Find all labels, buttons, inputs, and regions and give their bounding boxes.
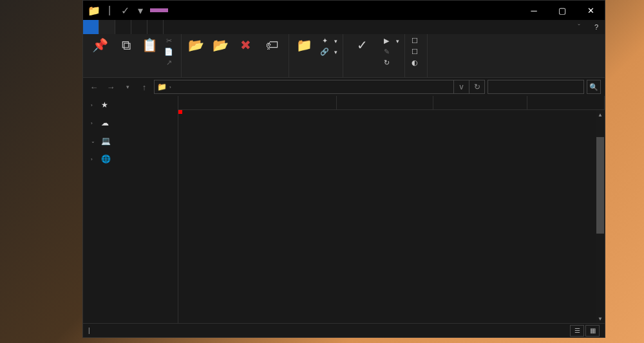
delete-button[interactable]: ✖ xyxy=(233,35,258,54)
cut-button[interactable]: ✂ xyxy=(162,35,178,46)
easy-access-button[interactable]: 🔗 ▾ xyxy=(317,46,340,57)
column-size[interactable] xyxy=(527,96,605,109)
scroll-down-icon[interactable]: ▼ xyxy=(596,314,605,323)
network-icon: 🌐 xyxy=(101,154,110,163)
search-input[interactable] xyxy=(488,80,584,94)
delete-icon: ✖ xyxy=(240,37,251,53)
forward-button[interactable]: → xyxy=(104,80,118,94)
paste-icon: 📋 xyxy=(142,37,158,53)
new-item-button[interactable]: ✦ ▾ xyxy=(317,35,340,46)
ribbon-tabs: ˇ ? xyxy=(83,20,605,34)
file-list[interactable]: ▲ ▼ xyxy=(178,110,605,323)
history-button[interactable]: ↻ xyxy=(379,57,402,68)
select-all-button[interactable]: ☐ xyxy=(408,35,424,46)
address-bar: ← → ▾ ↑ 📁 › v ↻ 🔍 xyxy=(83,78,605,96)
edit-icon: ✎ xyxy=(382,48,391,56)
selectall-icon: ☐ xyxy=(410,37,419,45)
scrollbar[interactable]: ▲ ▼ xyxy=(596,110,605,323)
rename-button[interactable]: 🏷 xyxy=(259,35,286,54)
tab-view[interactable] xyxy=(131,20,147,34)
ribbon-group-organise: 📂 📂 ✖ 🏷 xyxy=(182,34,289,77)
back-button[interactable]: ← xyxy=(87,80,101,94)
refresh-button[interactable]: ↻ xyxy=(469,80,484,93)
details-view-button[interactable]: ☰ xyxy=(570,325,584,337)
folder-icon: 📁 xyxy=(157,82,167,91)
scroll-up-icon[interactable]: ▲ xyxy=(596,110,605,119)
star-icon: ★ xyxy=(101,100,110,109)
window-controls: ─ ▢ ✕ xyxy=(520,1,605,20)
edit-button[interactable]: ✎ xyxy=(379,46,402,57)
close-button[interactable]: ✕ xyxy=(576,1,605,20)
easyaccess-icon: 🔗 xyxy=(320,48,329,56)
moveto-icon: 📂 xyxy=(188,37,204,53)
column-name[interactable] xyxy=(178,96,337,109)
newfolder-icon: 📁 xyxy=(296,37,312,53)
qat-dropdown-icon[interactable]: ▾ xyxy=(133,3,147,17)
titlebar[interactable]: 📁 | ✓ ▾ ─ ▢ ✕ xyxy=(83,1,605,20)
context-tab-manage[interactable] xyxy=(150,8,168,12)
open-icon: ▶ xyxy=(382,37,391,45)
scrollbar-thumb[interactable] xyxy=(596,137,604,234)
copy-to-button[interactable]: 📂 xyxy=(209,35,232,54)
tab-file[interactable] xyxy=(83,20,99,34)
icons-view-button[interactable]: ▦ xyxy=(585,325,600,337)
maximize-button[interactable]: ▢ xyxy=(548,1,576,20)
up-button[interactable]: ↑ xyxy=(137,80,151,94)
paste-shortcut-button[interactable]: ↗ xyxy=(162,57,178,68)
column-date[interactable] xyxy=(337,96,433,109)
chevron-right-icon[interactable]: › xyxy=(91,156,97,162)
ribbon: 📌 ⧉ 📋 ✂ 📄 ↗ 📂 📂 ✖ 🏷 📁 xyxy=(83,34,605,78)
pin-quick-access-button[interactable]: 📌 xyxy=(86,35,114,54)
invert-icon: ◐ xyxy=(410,59,419,67)
ribbon-group-new: 📁 ✦ ▾ 🔗 ▾ xyxy=(289,34,343,77)
chevron-right-icon[interactable]: › xyxy=(169,84,171,90)
ribbon-group-open: ✓ ▶ ▾ ✎ ↻ xyxy=(343,34,405,77)
ribbon-group-select: ☐ ☐ ◐ xyxy=(405,34,428,77)
copy-button[interactable]: ⧉ xyxy=(115,35,137,54)
file-pane: ▲ ▼ xyxy=(178,96,605,323)
cut-icon: ✂ xyxy=(164,37,173,45)
paste-button[interactable]: 📋 xyxy=(138,35,160,54)
qat-check-icon[interactable]: ✓ xyxy=(118,3,132,17)
chevron-down-icon[interactable]: ⌄ xyxy=(91,138,97,144)
file-explorer-window: 📁 | ✓ ▾ ─ ▢ ✕ ˇ ? 📌 ⧉ 📋 xyxy=(82,0,605,338)
navigation-pane: ›★ ›☁ ⌄💻 ›🌐 xyxy=(83,96,178,323)
qat-sep: | xyxy=(102,3,117,17)
path-icon: 📄 xyxy=(164,48,173,56)
chevron-right-icon[interactable]: › xyxy=(91,102,97,108)
chevron-right-icon[interactable]: › xyxy=(91,120,97,126)
copy-icon: ⧉ xyxy=(122,37,131,53)
help-button[interactable]: ? xyxy=(588,20,605,34)
properties-button[interactable]: ✓ xyxy=(346,35,378,54)
breadcrumb[interactable]: 📁 › v ↻ xyxy=(154,80,485,94)
copyto-icon: 📂 xyxy=(213,37,229,53)
tab-share[interactable] xyxy=(115,20,131,34)
history-icon: ↻ xyxy=(382,59,391,67)
quick-access-toolbar: 📁 | ✓ ▾ xyxy=(83,3,147,17)
ribbon-collapse-icon[interactable]: ˇ xyxy=(570,20,588,34)
nav-onedrive[interactable]: ›☁ xyxy=(83,116,178,129)
select-none-button[interactable]: ☐ xyxy=(408,46,424,57)
copy-path-button[interactable]: 📄 xyxy=(162,46,178,57)
folder-icon[interactable]: 📁 xyxy=(87,3,101,17)
new-folder-button[interactable]: 📁 xyxy=(292,35,316,54)
status-bar: | ☰ ▦ xyxy=(83,323,605,337)
tab-apptools[interactable] xyxy=(147,20,164,34)
column-headers xyxy=(178,96,605,110)
recent-locations-button[interactable]: ▾ xyxy=(120,80,135,94)
search-go-button[interactable]: 🔍 xyxy=(587,80,601,94)
nav-quick-access[interactable]: ›★ xyxy=(83,98,178,111)
move-to-button[interactable]: 📂 xyxy=(184,35,207,54)
newitem-icon: ✦ xyxy=(320,37,329,45)
nav-this-pc[interactable]: ⌄💻 xyxy=(83,134,178,147)
column-type[interactable] xyxy=(433,96,527,109)
tab-home[interactable] xyxy=(99,20,115,34)
nav-network[interactable]: ›🌐 xyxy=(83,153,178,165)
invert-selection-button[interactable]: ◐ xyxy=(408,57,424,68)
ribbon-group-clipboard: 📌 ⧉ 📋 ✂ 📄 ↗ xyxy=(83,34,182,77)
minimize-button[interactable]: ─ xyxy=(520,1,548,20)
address-dropdown-icon[interactable]: v xyxy=(453,80,469,93)
properties-icon: ✓ xyxy=(357,37,368,53)
selectnone-icon: ☐ xyxy=(410,48,419,56)
open-button[interactable]: ▶ ▾ xyxy=(379,35,402,46)
